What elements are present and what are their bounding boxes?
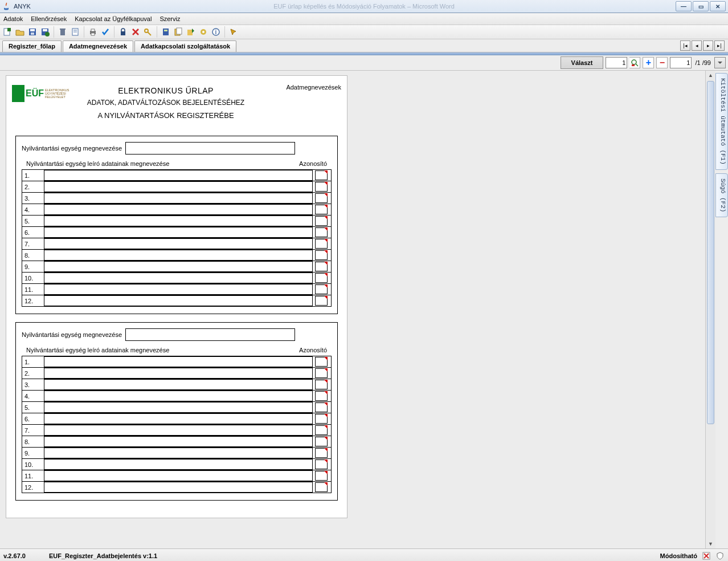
unit1-name-input[interactable] bbox=[125, 142, 295, 155]
menu-kapcsolat[interactable]: Kapcsolat az Ügyfélkapuval bbox=[75, 15, 152, 22]
close-button[interactable]: ✕ bbox=[710, 1, 726, 11]
pointer-icon[interactable] bbox=[228, 27, 239, 37]
unit2-row3-input[interactable] bbox=[44, 379, 313, 390]
scroll-down-arrow[interactable]: ▼ bbox=[706, 539, 715, 548]
unit2-row2-azon[interactable] bbox=[315, 368, 328, 378]
unit2-row8-azon[interactable] bbox=[315, 437, 328, 446]
unit1-row6-azon[interactable] bbox=[315, 227, 328, 237]
unit2-row12-input[interactable] bbox=[44, 482, 313, 493]
scroll-thumb[interactable] bbox=[707, 81, 714, 424]
unit2-row8-input[interactable] bbox=[44, 436, 313, 447]
nav-last-button[interactable]: ▸| bbox=[714, 40, 725, 51]
status-shield-icon[interactable] bbox=[715, 551, 725, 560]
key-icon[interactable] bbox=[143, 27, 153, 37]
unit2-row1-input[interactable] bbox=[44, 356, 313, 367]
svg-rect-19 bbox=[164, 30, 167, 31]
maximize-button[interactable]: ▭ bbox=[693, 1, 709, 11]
zoom-icon[interactable] bbox=[629, 57, 640, 68]
unit1-row9-azon[interactable] bbox=[315, 262, 328, 271]
unit1-row12-input[interactable] bbox=[44, 295, 313, 306]
menu-szerviz[interactable]: Szerviz bbox=[159, 15, 180, 22]
nav-prev-button[interactable]: ◂ bbox=[692, 40, 702, 51]
page-dropdown[interactable] bbox=[714, 57, 726, 68]
menu-ellenorzesek[interactable]: Ellenőrzések bbox=[31, 15, 67, 22]
check-icon[interactable] bbox=[100, 27, 111, 37]
save-as-icon[interactable] bbox=[40, 27, 50, 37]
cancel-icon[interactable] bbox=[130, 27, 141, 37]
unit1-row1-azon[interactable] bbox=[315, 170, 328, 180]
delete-icon[interactable] bbox=[58, 27, 68, 37]
minimize-button[interactable]: — bbox=[676, 1, 692, 11]
form-icon[interactable] bbox=[70, 27, 80, 37]
unit1-row1-input[interactable] bbox=[44, 170, 313, 181]
status-error-icon[interactable] bbox=[702, 551, 711, 560]
remove-page-button[interactable]: − bbox=[656, 57, 668, 68]
unit2-row10-input[interactable] bbox=[44, 459, 313, 470]
unit1-row3-input[interactable] bbox=[44, 193, 313, 204]
page-number-input-2[interactable] bbox=[670, 57, 692, 68]
export-icon[interactable] bbox=[186, 27, 196, 37]
unit1-row7-azon[interactable] bbox=[315, 239, 328, 249]
rownum: 7. bbox=[22, 427, 42, 434]
new-icon[interactable] bbox=[2, 27, 13, 37]
unit1-row3-azon[interactable] bbox=[315, 193, 328, 203]
rownum: 6. bbox=[22, 229, 42, 236]
unit2-row5-input[interactable] bbox=[44, 402, 313, 413]
info-icon[interactable]: i bbox=[211, 27, 221, 37]
open-icon[interactable] bbox=[15, 27, 25, 37]
nav-next-button[interactable]: ▸ bbox=[703, 40, 713, 51]
nav-first-button[interactable]: |◂ bbox=[680, 40, 690, 51]
unit2-row6-input[interactable] bbox=[44, 413, 313, 424]
lock-icon[interactable] bbox=[118, 27, 128, 37]
calc-icon[interactable] bbox=[161, 27, 171, 37]
unit1-row2-azon[interactable] bbox=[315, 182, 328, 192]
unit1-row11-input[interactable] bbox=[44, 284, 313, 295]
scroll-up-arrow[interactable]: ▲ bbox=[706, 71, 715, 80]
unit2-row10-azon[interactable] bbox=[315, 460, 328, 469]
rownum: 12. bbox=[22, 298, 42, 304]
unit2-row12-azon[interactable] bbox=[315, 482, 328, 492]
valaszt-button[interactable]: Választ bbox=[561, 56, 604, 69]
settings-icon[interactable] bbox=[198, 27, 208, 37]
unit1-row9-input[interactable] bbox=[44, 261, 313, 272]
unit1-row11-azon[interactable] bbox=[315, 284, 328, 294]
unit1-row6-input[interactable] bbox=[44, 227, 313, 238]
sidetab-help[interactable]: Súgó (F2) bbox=[715, 173, 728, 217]
unit2-row6-azon[interactable] bbox=[315, 414, 328, 424]
unit2-row3-azon[interactable] bbox=[315, 380, 328, 389]
tab-adatkapcsolati[interactable]: Adatkapcsolati szolgáltatások bbox=[134, 40, 236, 52]
unit2-row4-input[interactable] bbox=[44, 391, 313, 401]
tab-regiszter-folap[interactable]: Regiszter_főlap bbox=[2, 40, 62, 52]
unit1-row4-input[interactable] bbox=[44, 204, 313, 215]
save-icon[interactable] bbox=[27, 27, 38, 37]
unit2-row2-input[interactable] bbox=[44, 368, 313, 379]
unit1-row7-input[interactable] bbox=[44, 238, 313, 249]
unit1-row8-azon[interactable] bbox=[315, 250, 328, 260]
unit2-row9-azon[interactable] bbox=[315, 448, 328, 458]
unit2-row11-azon[interactable] bbox=[315, 471, 328, 481]
unit2-name-input[interactable] bbox=[125, 328, 295, 341]
attach-icon[interactable] bbox=[173, 27, 183, 37]
unit2-row11-input[interactable] bbox=[44, 470, 313, 481]
vertical-scrollbar[interactable]: ▲ ▼ bbox=[705, 71, 715, 548]
print-icon[interactable] bbox=[88, 27, 98, 37]
unit2-row5-azon[interactable] bbox=[315, 403, 328, 412]
unit1-row10-azon[interactable] bbox=[315, 273, 328, 283]
unit1-row4-azon[interactable] bbox=[315, 205, 328, 214]
add-page-button[interactable]: + bbox=[643, 57, 654, 68]
unit1-row10-input[interactable] bbox=[44, 273, 313, 283]
unit2-row7-azon[interactable] bbox=[315, 425, 328, 435]
sidetab-guide[interactable]: Kitöltési útmutató (F1) bbox=[715, 73, 728, 170]
unit1-row2-input[interactable] bbox=[44, 181, 313, 192]
unit1-row5-input[interactable] bbox=[44, 216, 313, 226]
unit2-row9-input[interactable] bbox=[44, 448, 313, 458]
tab-adatmegnevezesek[interactable]: Adatmegnevezések bbox=[63, 40, 133, 52]
unit1-row5-azon[interactable] bbox=[315, 216, 328, 226]
unit1-row8-input[interactable] bbox=[44, 250, 313, 261]
unit1-row12-azon[interactable] bbox=[315, 296, 328, 306]
unit2-row7-input[interactable] bbox=[44, 425, 313, 436]
menu-adatok[interactable]: Adatok bbox=[3, 15, 23, 22]
page-number-input-1[interactable] bbox=[606, 57, 627, 68]
unit2-row1-azon[interactable] bbox=[315, 357, 328, 367]
unit2-row4-azon[interactable] bbox=[315, 391, 328, 401]
